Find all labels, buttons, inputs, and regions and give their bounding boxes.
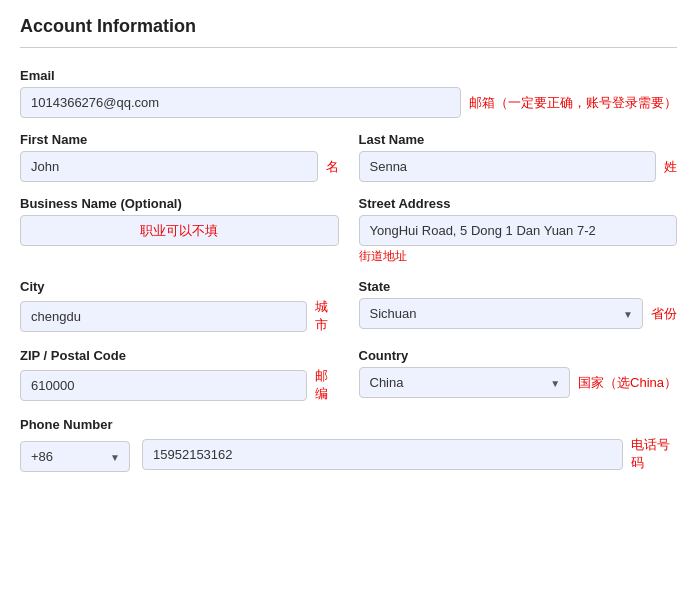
phone-number-group: 电话号码 — [142, 436, 677, 472]
zip-label: ZIP / Postal Code — [20, 348, 339, 363]
zip-country-row: ZIP / Postal Code 邮编 Country China 国家（选C… — [20, 348, 677, 417]
zip-input[interactable] — [20, 370, 307, 401]
first-name-field-group: First Name 名 — [20, 132, 339, 182]
first-name-label: First Name — [20, 132, 339, 147]
city-field-group: City 城市 — [20, 279, 339, 334]
phone-label: Phone Number — [20, 417, 677, 432]
zip-annotation: 邮编 — [315, 367, 338, 403]
email-annotation: 邮箱（一定要正确，账号登录需要） — [469, 94, 677, 112]
phone-number-input[interactable] — [142, 439, 623, 470]
street-address-label: Street Address — [359, 196, 678, 211]
country-select[interactable]: China — [359, 367, 571, 398]
country-label: Country — [359, 348, 678, 363]
business-street-row: Business Name (Optional) Street Address … — [20, 196, 677, 279]
email-field-group: Email 邮箱（一定要正确，账号登录需要） — [20, 68, 677, 118]
first-name-annotation: 名 — [326, 158, 339, 176]
street-address-annotation: 街道地址 — [359, 248, 678, 265]
last-name-annotation: 姓 — [664, 158, 677, 176]
street-address-field-group: Street Address 街道地址 — [359, 196, 678, 265]
city-label: City — [20, 279, 339, 294]
state-field-group: State Sichuan 省份 — [359, 279, 678, 334]
email-input[interactable] — [20, 87, 461, 118]
street-address-input[interactable] — [359, 215, 678, 246]
state-label: State — [359, 279, 678, 294]
last-name-label: Last Name — [359, 132, 678, 147]
phone-field-group: Phone Number +86 电话号码 — [20, 417, 677, 472]
country-annotation: 国家（选China） — [578, 374, 677, 392]
city-state-row: City 城市 State Sichuan 省份 — [20, 279, 677, 348]
email-label: Email — [20, 68, 677, 83]
state-select[interactable]: Sichuan — [359, 298, 644, 329]
first-name-input[interactable] — [20, 151, 318, 182]
zip-field-group: ZIP / Postal Code 邮编 — [20, 348, 339, 403]
business-name-label: Business Name (Optional) — [20, 196, 339, 211]
state-annotation: 省份 — [651, 305, 677, 323]
phone-code-select[interactable]: +86 — [20, 441, 130, 472]
business-name-input[interactable] — [20, 215, 339, 246]
name-row: First Name 名 Last Name 姓 — [20, 132, 677, 196]
page-title: Account Information — [20, 16, 677, 37]
city-annotation: 城市 — [315, 298, 338, 334]
business-name-field-group: Business Name (Optional) — [20, 196, 339, 265]
phone-number-annotation: 电话号码 — [631, 436, 677, 472]
country-field-group: Country China 国家（选China） — [359, 348, 678, 403]
phone-row: +86 电话号码 — [20, 436, 677, 472]
phone-code-group: +86 — [20, 441, 130, 472]
city-input[interactable] — [20, 301, 307, 332]
last-name-field-group: Last Name 姓 — [359, 132, 678, 182]
last-name-input[interactable] — [359, 151, 657, 182]
